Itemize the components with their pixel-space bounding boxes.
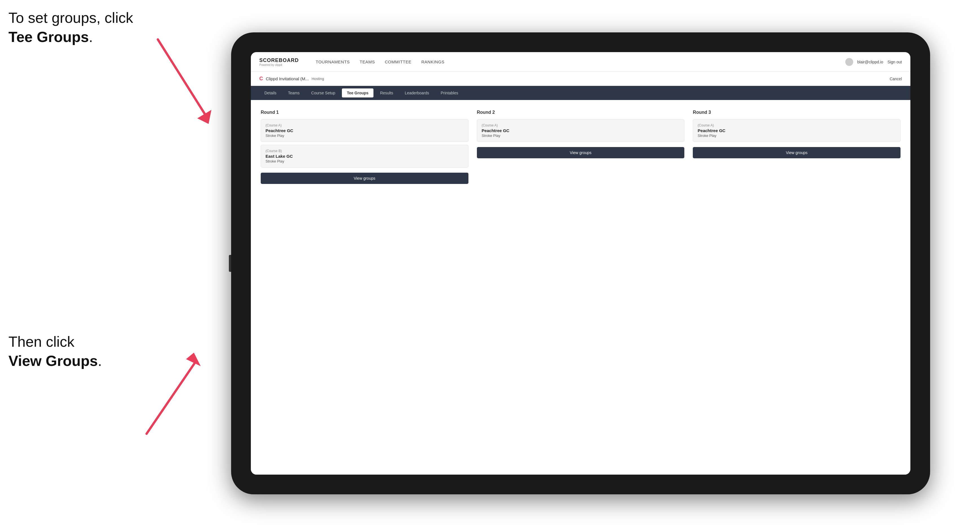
nav-right: blair@clippd.io Sign out [845,58,902,66]
round-3-section: Round 3 (Course A) Peachtree GC Stroke P… [693,110,900,184]
instruction-bottom-line1: Then click [8,333,75,350]
tab-printables[interactable]: Printables [436,89,463,97]
round-2-course-a-format: Stroke Play [482,133,680,138]
round-3-course-a-name: Peachtree GC [698,128,896,133]
tournament-name: Clippd Invitational (M... [266,76,309,81]
round-2-section: Round 2 (Course A) Peachtree GC Stroke P… [477,110,685,184]
round-3-title: Round 3 [693,110,900,115]
tab-tee-groups[interactable]: Tee Groups [342,89,374,97]
instruction-top: To set groups, click Tee Groups. [8,8,133,46]
round-2-course-a-card: (Course A) Peachtree GC Stroke Play [477,119,685,142]
round-1-course-b-format: Stroke Play [266,159,464,163]
round-1-title: Round 1 [261,110,468,115]
instruction-bottom-line2: View Groups [8,352,98,369]
nav-links: TOURNAMENTS TEAMS COMMITTEE RANKINGS [316,59,834,64]
round-1-section: Round 1 (Course A) Peachtree GC Stroke P… [261,110,468,184]
tournament-title-area: C Clippd Invitational (M... Hosting [259,76,324,82]
instruction-top-line1: To set groups, click [8,10,133,26]
round-1-course-a-label: (Course A) [266,123,464,127]
instruction-bottom-period: . [98,352,102,369]
round-2-title: Round 2 [477,110,685,115]
round-1-course-a-format: Stroke Play [266,133,464,138]
sub-header: C Clippd Invitational (M... Hosting Canc… [251,72,910,86]
tab-navigation: Details Teams Course Setup Tee Groups Re… [251,86,910,100]
svg-line-0 [158,40,206,116]
hosting-badge: Hosting [312,76,324,81]
round-1-course-b-name: East Lake GC [266,154,464,159]
instruction-bottom: Then click View Groups. [8,332,102,370]
round-1-course-b-label: (Course B) [266,149,464,153]
tablet-device: SCOREBOARD Powered by clippit TOURNAMENT… [231,32,930,494]
instruction-top-line2: Tee Groups [8,29,89,45]
user-avatar [845,58,853,66]
tablet-screen: SCOREBOARD Powered by clippit TOURNAMENT… [251,52,910,475]
user-email: blair@clippd.io [858,60,883,64]
round-1-course-a-card: (Course A) Peachtree GC Stroke Play [261,119,468,142]
nav-teams[interactable]: TEAMS [360,59,375,64]
instruction-top-period: . [89,29,93,45]
svg-marker-1 [197,110,212,124]
logo-area: SCOREBOARD Powered by clippit [259,57,299,67]
round-2-view-groups-button[interactable]: View groups [477,147,685,158]
tab-results[interactable]: Results [375,89,398,97]
tournament-c-logo: C [259,76,263,82]
cancel-button[interactable]: Cancel [889,76,902,81]
tab-details[interactable]: Details [259,89,282,97]
round-3-course-a-format: Stroke Play [698,133,896,138]
svg-line-2 [146,364,194,434]
tab-teams[interactable]: Teams [283,89,305,97]
nav-committee[interactable]: COMMITTEE [385,59,412,64]
svg-marker-3 [186,352,200,366]
logo-main: SCOREBOARD [259,57,299,63]
tab-course-setup[interactable]: Course Setup [306,89,340,97]
main-content: Round 1 (Course A) Peachtree GC Stroke P… [251,100,910,475]
top-navbar: SCOREBOARD Powered by clippit TOURNAMENT… [251,52,910,72]
round-3-course-a-card: (Course A) Peachtree GC Stroke Play [693,119,900,142]
tablet-side-button [229,255,231,272]
round-3-course-a-label: (Course A) [698,123,896,127]
round-1-course-a-name: Peachtree GC [266,128,464,133]
round-2-course-a-label: (Course A) [482,123,680,127]
round-1-view-groups-button[interactable]: View groups [261,173,468,184]
nav-rankings[interactable]: RANKINGS [422,59,444,64]
rounds-grid: Round 1 (Course A) Peachtree GC Stroke P… [261,110,900,184]
sign-out-link[interactable]: Sign out [888,60,902,64]
round-2-course-a-name: Peachtree GC [482,128,680,133]
logo-sub: Powered by clippit [259,63,299,67]
logo-text: SCOREBOARD [259,57,299,63]
round-1-course-b-card: (Course B) East Lake GC Stroke Play [261,145,468,168]
tab-leaderboards[interactable]: Leaderboards [400,89,434,97]
nav-tournaments[interactable]: TOURNAMENTS [316,59,350,64]
round-3-view-groups-button[interactable]: View groups [693,147,900,158]
